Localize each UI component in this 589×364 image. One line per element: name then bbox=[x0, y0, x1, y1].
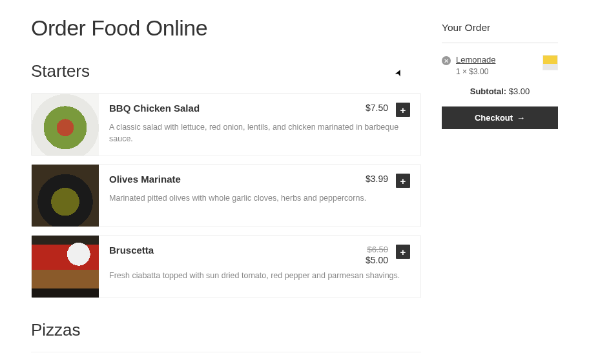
menu-item-name: Bruscetta bbox=[109, 245, 358, 256]
menu-item-desc: Marinated pitted olives with whole garli… bbox=[109, 193, 410, 205]
menu-item-thumb bbox=[32, 165, 99, 227]
add-to-cart-button[interactable]: + bbox=[396, 245, 410, 259]
divider bbox=[442, 43, 558, 43]
add-to-cart-button[interactable]: + bbox=[396, 103, 410, 117]
subtotal-value: $3.00 bbox=[509, 86, 530, 96]
menu-item-current-price: $5.00 bbox=[366, 255, 388, 266]
remove-icon[interactable]: ✕ bbox=[442, 56, 451, 65]
cart-subtotal: Subtotal: $3.00 bbox=[442, 86, 558, 96]
cart-title: Your Order bbox=[442, 22, 558, 34]
menu-item-thumb bbox=[32, 236, 99, 298]
menu-item-name: BBQ Chicken Salad bbox=[109, 103, 358, 114]
menu-item-desc: A classic salad with lettuce, red onion,… bbox=[109, 122, 410, 145]
subtotal-label: Subtotal: bbox=[470, 86, 506, 96]
cart-item-name[interactable]: Lemonade bbox=[456, 55, 537, 65]
menu-item: BBQ Chicken Salad$7.50+A classic salad w… bbox=[31, 93, 421, 156]
menu-item-thumb bbox=[32, 94, 99, 156]
arrow-right-icon: → bbox=[517, 113, 525, 123]
menu-item-price: $7.50 bbox=[366, 103, 388, 114]
checkout-button[interactable]: Checkout → bbox=[442, 106, 558, 129]
add-to-cart-button[interactable]: + bbox=[396, 174, 410, 188]
page-title: Order Food Online bbox=[31, 15, 421, 41]
checkout-label: Checkout bbox=[475, 113, 513, 123]
menu-item-price: $3.99 bbox=[366, 174, 388, 185]
menu-item-current-price: $3.99 bbox=[366, 174, 388, 185]
menu-item-desc: Fresh ciabatta topped with sun dried tom… bbox=[109, 270, 410, 282]
cart-line-item: ✕ Lemonade 1 × $3.00 bbox=[442, 55, 558, 76]
menu-item-price: $6.50$5.00 bbox=[366, 245, 388, 265]
menu-item-old-price: $6.50 bbox=[366, 245, 388, 255]
section-starters-title: Starters bbox=[31, 61, 421, 81]
menu-item-name: Olives Marinate bbox=[109, 174, 358, 185]
cart-panel: Your Order ✕ Lemonade 1 × $3.00 Subtotal… bbox=[442, 15, 558, 364]
cart-item-qty: 1 × $3.00 bbox=[456, 67, 537, 76]
menu-item-current-price: $7.50 bbox=[366, 103, 388, 114]
section-pizzas-title: Pizzas bbox=[31, 320, 421, 340]
cart-item-thumb bbox=[542, 55, 558, 70]
menu-item: Bruscetta$6.50$5.00+Fresh ciabatta toppe… bbox=[31, 235, 421, 298]
menu-item: Olives Marinate$3.99+Marinated pitted ol… bbox=[31, 164, 421, 227]
